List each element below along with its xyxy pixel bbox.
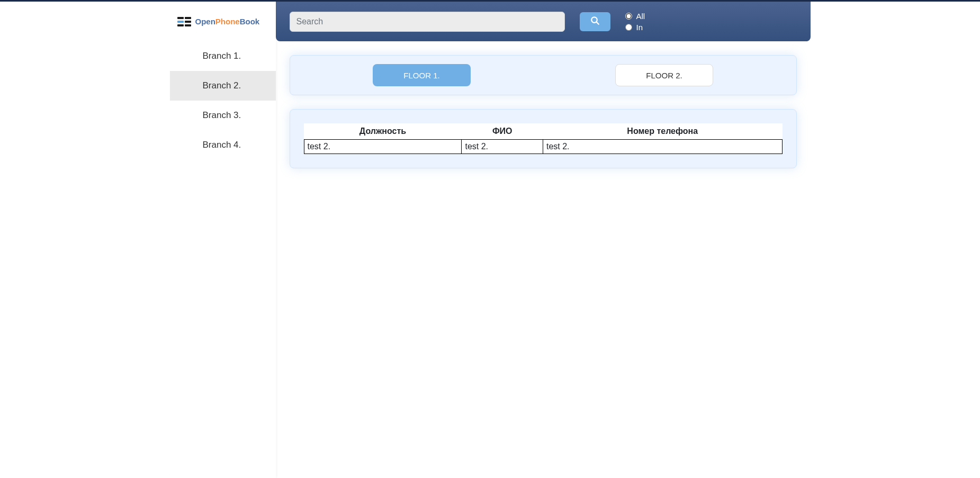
sidebar: OpenPhoneBook Branch 1. Branch 2. Branch… <box>170 2 276 478</box>
svg-rect-4 <box>177 24 184 26</box>
radio-in[interactable]: In <box>625 23 645 32</box>
search-input[interactable] <box>290 12 565 32</box>
sidebar-item-branch-2[interactable]: Branch 2. <box>170 71 276 101</box>
radio-all-input[interactable] <box>625 13 632 20</box>
col-header-phone: Номер телефона <box>543 123 782 140</box>
logo-icon <box>177 17 192 26</box>
floor-tab-2[interactable]: FLOOR 2. <box>615 64 713 86</box>
radio-in-input[interactable] <box>625 24 632 31</box>
radio-all[interactable]: All <box>625 12 645 21</box>
logo-open: Open <box>195 17 215 26</box>
svg-rect-5 <box>185 24 191 26</box>
svg-rect-3 <box>185 21 191 23</box>
floors-panel: FLOOR 1. FLOOR 2. <box>290 55 797 95</box>
table-panel: Должность ФИО Номер телефона test 2. tes… <box>290 109 797 168</box>
main-content: All In FLOOR 1. FLOOR 2. Должность <box>276 2 811 478</box>
cell-position: test 2. <box>304 140 462 154</box>
table-row[interactable]: test 2. test 2. test 2. <box>304 140 782 154</box>
search-button[interactable] <box>580 12 610 31</box>
contacts-table: Должность ФИО Номер телефона test 2. tes… <box>304 123 783 154</box>
table-header-row: Должность ФИО Номер телефона <box>304 123 782 140</box>
sidebar-item-branch-4[interactable]: Branch 4. <box>170 130 276 160</box>
floor-tab-1[interactable]: FLOOR 1. <box>373 64 471 86</box>
sidebar-item-branch-3[interactable]: Branch 3. <box>170 101 276 130</box>
logo-book: Book <box>240 17 260 26</box>
col-header-position: Должность <box>304 123 462 140</box>
radio-all-label: All <box>636 12 645 21</box>
search-icon <box>590 16 600 27</box>
svg-line-7 <box>596 22 599 24</box>
sidebar-item-branch-1[interactable]: Branch 1. <box>170 41 276 71</box>
branch-list: Branch 1. Branch 2. Branch 3. Branch 4. <box>170 41 276 160</box>
logo-phone: Phone <box>215 17 240 26</box>
radio-in-label: In <box>636 23 643 32</box>
content-area: FLOOR 1. FLOOR 2. Должность ФИО Номер те… <box>276 41 811 182</box>
col-header-name: ФИО <box>462 123 543 140</box>
svg-rect-1 <box>185 17 191 19</box>
cell-phone: test 2. <box>543 140 782 154</box>
svg-rect-2 <box>177 21 184 23</box>
cell-name: test 2. <box>462 140 543 154</box>
search-scope-radios: All In <box>625 12 645 32</box>
logo-text: OpenPhoneBook <box>195 17 260 26</box>
svg-rect-0 <box>177 17 184 19</box>
logo: OpenPhoneBook <box>170 2 276 41</box>
topbar: All In <box>276 2 811 41</box>
